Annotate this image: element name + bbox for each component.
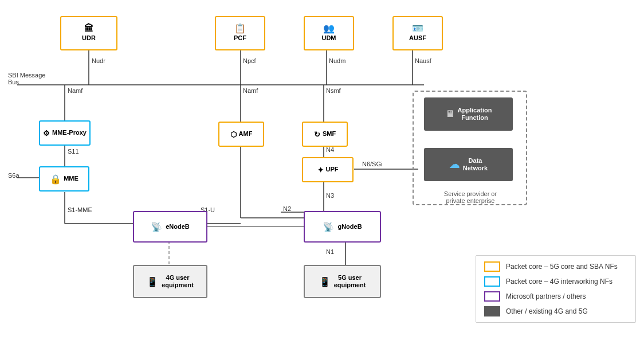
ue-5g-icon: 📱 [319, 276, 331, 287]
node-enodeb: 📡 eNodeB [133, 211, 207, 243]
node-udm: 👥 UDM [304, 16, 354, 50]
n2-label: N2 [283, 205, 291, 212]
amf-icon: ⬡ [230, 130, 237, 139]
node-smf: ↻ SMF [302, 122, 348, 147]
upf-label: UPF [326, 166, 339, 173]
mme-label: MME [64, 175, 78, 182]
legend-swatch-dark [484, 306, 500, 316]
legend-box: Packet core – 5G core and SBA NFs Packet… [476, 255, 636, 323]
node-ue-4g: 📱 4G userequipment [133, 265, 207, 298]
ue-4g-label: 4G userequipment [162, 274, 194, 289]
diagram-container: SBI MessageBus 🏛 UDR 📋 PCF 👥 UDM 🪪 AUSF … [0, 0, 644, 340]
legend-label-dark: Other / existing 4G and 5G [506, 307, 588, 315]
node-amf: ⬡ AMF [218, 122, 264, 147]
app-function-label: ApplicationFunction [458, 107, 492, 122]
smf-icon: ↻ [314, 130, 320, 139]
legend-item-dark: Other / existing 4G and 5G [484, 306, 627, 316]
ausf-icon: 🪪 [412, 24, 423, 33]
data-network-label: DataNetwork [463, 157, 488, 172]
node-pcf: 📋 PCF [215, 16, 265, 50]
udm-label: UDM [321, 34, 336, 42]
ue-5g-label: 5G userequipment [334, 274, 366, 289]
enodeb-icon: 📡 [151, 221, 162, 232]
udm-icon: 👥 [323, 24, 335, 33]
legend-label-yellow: Packet core – 5G core and SBA NFs [506, 263, 618, 271]
legend-swatch-cyan [484, 276, 500, 287]
nudm-label: Nudm [329, 57, 345, 64]
n4-label: N4 [326, 146, 334, 153]
npcf-label: Npcf [243, 57, 256, 64]
n1-label: N1 [326, 248, 334, 255]
upf-icon: ✦ [317, 166, 324, 174]
s11-label: S11 [68, 148, 79, 155]
nudr-label: Nudr [92, 57, 105, 64]
mme-icon: 🔒 [50, 174, 61, 185]
s6a-label: S6a [8, 172, 19, 179]
amf-label: AMF [239, 130, 253, 138]
legend-label-purple: Microsoft partners / others [506, 292, 586, 300]
namf-mme-label: Namf [68, 87, 83, 94]
ue-4g-icon: 📱 [147, 276, 158, 287]
sbi-message-bus-label: SBI MessageBus [8, 72, 45, 85]
nsmf-label: Nsmf [326, 87, 341, 94]
pcf-icon: 📋 [234, 24, 246, 33]
legend-swatch-purple [484, 291, 500, 302]
legend-swatch-yellow [484, 261, 500, 272]
mme-proxy-label: MME-Proxy [52, 129, 87, 136]
namf-amf-label: Namf [243, 87, 258, 94]
legend-label-cyan: Packet core – 4G interworking NFs [506, 278, 612, 286]
node-app-function: 🖥 ApplicationFunction [424, 97, 513, 131]
smf-label: SMF [323, 130, 336, 138]
gnodeb-label: gNodeB [337, 223, 362, 230]
node-upf: ✦ UPF [302, 157, 354, 182]
udr-label: UDR [82, 34, 96, 42]
enodeb-label: eNodeB [166, 223, 190, 230]
node-ue-5g: 📱 5G userequipment [304, 265, 381, 298]
node-mme-proxy: ⚙ MME-Proxy [39, 120, 91, 146]
legend-item-cyan: Packet core – 4G interworking NFs [484, 276, 627, 287]
n3-label: N3 [326, 192, 334, 199]
node-gnodeb: 📡 gNodeB [304, 211, 381, 243]
app-function-icon: 🖥 [445, 109, 454, 119]
legend-item-purple: Microsoft partners / others [484, 291, 627, 302]
pcf-label: PCF [234, 34, 246, 42]
node-ausf: 🪪 AUSF [392, 16, 443, 50]
service-provider-label: Service provider orprivate enterprise [416, 190, 525, 204]
s1mme-label: S1-MME [68, 206, 92, 213]
nausf-label: Nausf [415, 57, 431, 64]
gnodeb-icon: 📡 [323, 221, 334, 232]
legend-item-yellow: Packet core – 5G core and SBA NFs [484, 261, 627, 272]
data-network-icon: ☁ [449, 158, 460, 171]
udr-icon: 🏛 [84, 24, 93, 33]
node-mme: 🔒 MME [39, 166, 89, 192]
node-udr: 🏛 UDR [60, 16, 117, 50]
node-data-network: ☁ DataNetwork [424, 148, 513, 181]
n6sgi-label: N6/SGi [362, 161, 382, 167]
mme-proxy-icon: ⚙ [43, 129, 50, 138]
ausf-label: AUSF [409, 34, 426, 42]
